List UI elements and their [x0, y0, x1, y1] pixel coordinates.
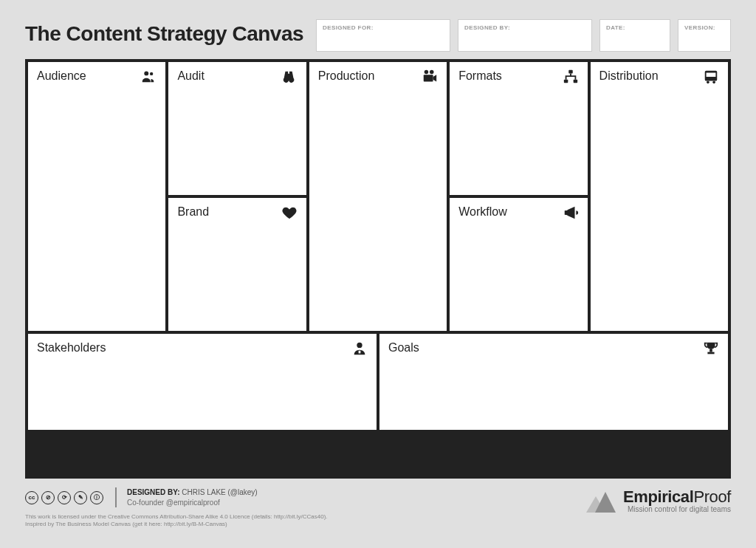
cell-audience-title: Audience	[37, 69, 86, 82]
cell-stakeholders[interactable]: Stakeholders	[28, 334, 377, 430]
date-label: DATE:	[606, 24, 664, 31]
megaphone-icon	[563, 205, 579, 221]
brand-bold: Empirical	[623, 487, 693, 506]
svg-rect-7	[573, 80, 577, 83]
cc-badge-icon: ⓘ	[90, 491, 103, 504]
footer-left: cc ⊘ ⟳ ✎ ⓘ DESIGNED BY: CHRIS LAKE (@lak…	[25, 487, 328, 529]
designed-by-field[interactable]: DESIGNED BY:	[458, 19, 592, 52]
cell-production[interactable]: Production	[309, 62, 447, 331]
cell-stakeholders-title: Stakeholders	[37, 341, 106, 354]
designed-for-field[interactable]: DESIGNED FOR:	[316, 19, 450, 52]
page-title: The Content Strategy Canvas	[25, 19, 303, 46]
cell-formats-title: Formats	[458, 69, 502, 82]
cell-distribution[interactable]: Distribution	[591, 62, 728, 331]
cell-brand-title: Brand	[177, 205, 209, 218]
svg-rect-6	[563, 80, 568, 83]
footer-right: EmpiricalProof Mission control for digit…	[586, 487, 731, 513]
fineprint-line-1: This work is licensed under the Creative…	[25, 513, 328, 521]
video-camera-icon	[422, 69, 438, 85]
svg-rect-5	[568, 70, 573, 74]
cell-audit[interactable]: Audit	[168, 62, 306, 195]
cell-distribution-title: Distribution	[599, 69, 659, 82]
heart-icon	[281, 205, 298, 221]
person-badge-icon	[351, 340, 368, 357]
footer: cc ⊘ ⟳ ✎ ⓘ DESIGNED BY: CHRIS LAKE (@lak…	[25, 487, 731, 529]
canvas-grid: Audience Audit Brand Production Formats	[25, 59, 731, 479]
empiricalproof-logo-icon	[586, 489, 616, 513]
svg-point-1	[150, 72, 153, 75]
credit-role: Co-founder @empiricalproof	[127, 498, 258, 508]
version-label: VERSION:	[684, 24, 724, 31]
cell-production-title: Production	[318, 69, 375, 82]
brand-tagline: Mission control for digital teams	[623, 505, 731, 513]
designed-for-label: DESIGNED FOR:	[323, 24, 444, 31]
svg-point-3	[430, 70, 434, 75]
cell-brand[interactable]: Brand	[168, 198, 306, 331]
sitemap-icon	[563, 69, 579, 85]
bus-icon	[703, 69, 719, 85]
cell-formats[interactable]: Formats	[450, 62, 587, 195]
credit-name: CHRIS LAKE (@lakey)	[182, 488, 257, 496]
svg-point-12	[357, 343, 362, 348]
binoculars-icon	[281, 69, 298, 85]
cell-goals[interactable]: Goals	[379, 334, 728, 430]
svg-point-10	[707, 81, 709, 84]
cc-badge-icon: ⊘	[41, 491, 55, 504]
svg-rect-4	[424, 75, 433, 81]
credit-block: DESIGNED BY: CHRIS LAKE (@lakey) Co-foun…	[115, 487, 258, 507]
cell-workflow[interactable]: Workflow	[450, 198, 587, 331]
cell-audit-title: Audit	[177, 69, 204, 82]
fineprint: This work is licensed under the Creative…	[25, 513, 328, 529]
designed-by-label: DESIGNED BY:	[464, 24, 585, 31]
brand-light: Proof	[693, 487, 731, 506]
empiricalproof-wordmark: EmpiricalProof Mission control for digit…	[623, 487, 731, 513]
cc-badge-icon: ✎	[74, 491, 87, 504]
cc-badges: cc ⊘ ⟳ ✎ ⓘ	[25, 491, 103, 504]
svg-point-0	[145, 71, 149, 75]
people-icon	[140, 69, 157, 85]
fineprint-line-2: Inspired by The Business Model Canvas (g…	[25, 521, 328, 528]
svg-point-2	[425, 70, 429, 75]
svg-rect-13	[359, 351, 361, 354]
brand-name: EmpiricalProof	[623, 487, 731, 507]
footer-row-1: cc ⊘ ⟳ ✎ ⓘ DESIGNED BY: CHRIS LAKE (@lak…	[25, 487, 328, 507]
credit-prefix: DESIGNED BY:	[127, 488, 182, 496]
cell-workflow-title: Workflow	[458, 205, 507, 218]
svg-rect-15	[707, 352, 714, 355]
version-field[interactable]: VERSION:	[678, 19, 731, 52]
trophy-icon	[703, 340, 719, 357]
cell-goals-title: Goals	[388, 341, 419, 354]
header: The Content Strategy Canvas DESIGNED FOR…	[25, 19, 731, 52]
cell-audience[interactable]: Audience	[28, 62, 165, 331]
date-field[interactable]: DATE:	[599, 19, 670, 52]
meta-fields: DESIGNED FOR: DESIGNED BY: DATE: VERSION…	[314, 19, 731, 52]
cc-badge-icon: cc	[25, 491, 38, 504]
credit-line-1: DESIGNED BY: CHRIS LAKE (@lakey)	[127, 487, 258, 498]
svg-rect-14	[709, 349, 712, 352]
cc-badge-icon: ⟳	[58, 491, 71, 504]
svg-rect-9	[707, 73, 716, 78]
svg-point-11	[712, 81, 715, 84]
